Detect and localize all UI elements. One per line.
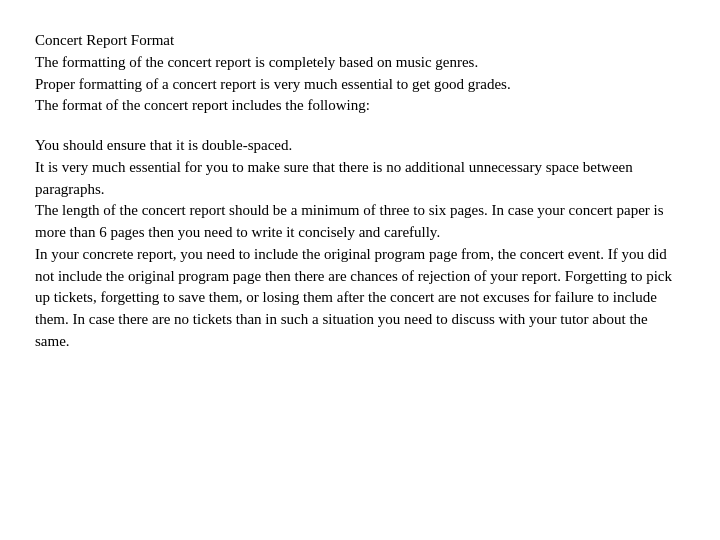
body-para-3: The length of the concert report should … xyxy=(35,200,685,244)
page-title: Concert Report Format xyxy=(35,30,685,52)
body-block: You should ensure that it is double-spac… xyxy=(35,135,685,353)
intro-line-2: Proper formatting of a concert report is… xyxy=(35,74,685,96)
body-para-4: In your concrete report, you need to inc… xyxy=(35,244,685,353)
intro-block: Concert Report Format The formatting of … xyxy=(35,30,685,117)
page-content: Concert Report Format The formatting of … xyxy=(0,0,720,383)
intro-line-3: The format of the concert report include… xyxy=(35,95,685,117)
intro-line-1: The formatting of the concert report is … xyxy=(35,52,685,74)
body-para-2: It is very much essential for you to mak… xyxy=(35,157,685,201)
body-para-1: You should ensure that it is double-spac… xyxy=(35,135,685,157)
